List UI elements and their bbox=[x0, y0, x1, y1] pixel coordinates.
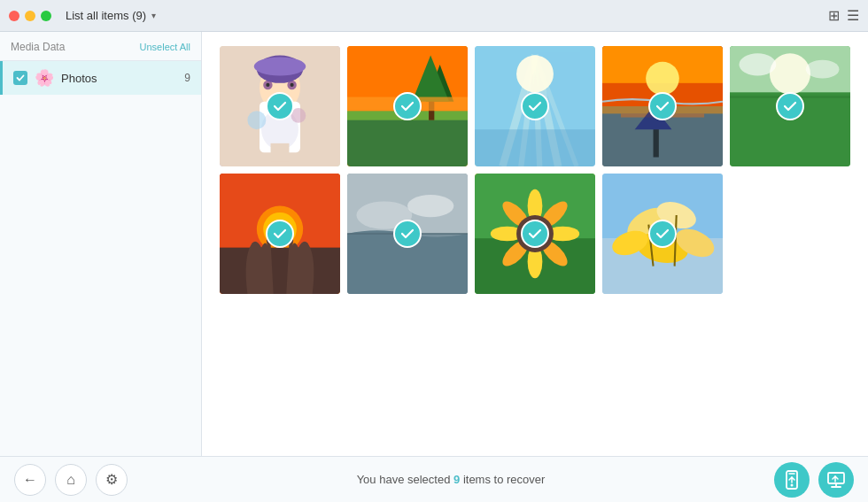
status-post: items to recover bbox=[460, 473, 545, 486]
svg-point-44 bbox=[806, 60, 840, 79]
titlebar: List all items (9) ▾ ⊞ ☰ bbox=[0, 0, 868, 32]
svg-rect-11 bbox=[280, 143, 289, 162]
photo-selected-check[interactable] bbox=[393, 92, 422, 120]
photos-label: Photos bbox=[61, 72, 177, 85]
sidebar-item-photos[interactable]: 🌸 Photos 9 bbox=[0, 61, 201, 95]
photo-item[interactable] bbox=[602, 46, 723, 166]
recover-pc-button[interactable] bbox=[818, 462, 854, 498]
svg-rect-10 bbox=[271, 143, 280, 162]
close-button[interactable] bbox=[9, 11, 19, 21]
recover-pc-icon bbox=[826, 470, 846, 490]
photo-item[interactable] bbox=[475, 174, 595, 294]
list-view-icon[interactable]: ☰ bbox=[847, 7, 859, 24]
svg-rect-29 bbox=[475, 129, 595, 166]
svg-point-33 bbox=[646, 62, 679, 96]
svg-point-80 bbox=[791, 483, 794, 486]
sidebar-media-data-label: Media Data bbox=[11, 41, 65, 53]
svg-rect-37 bbox=[654, 129, 659, 157]
footer-action-buttons bbox=[774, 462, 854, 498]
home-icon: ⌂ bbox=[66, 472, 75, 488]
svg-point-7 bbox=[291, 83, 294, 87]
photos-checkbox[interactable] bbox=[13, 71, 27, 85]
photo-grid bbox=[220, 46, 850, 294]
photo-item[interactable] bbox=[220, 46, 340, 166]
svg-point-43 bbox=[739, 53, 776, 75]
minimize-button[interactable] bbox=[25, 11, 35, 21]
photo-item[interactable] bbox=[347, 174, 468, 294]
back-icon: ← bbox=[23, 472, 37, 488]
photo-selected-check[interactable] bbox=[266, 92, 294, 120]
photo-item[interactable] bbox=[347, 46, 468, 166]
unselect-all-button[interactable]: Unselect All bbox=[140, 42, 190, 52]
photos-count: 9 bbox=[184, 72, 190, 84]
titlebar-actions: ⊞ ☰ bbox=[828, 7, 859, 24]
list-dropdown-arrow[interactable]: ▾ bbox=[151, 11, 156, 20]
photo-item[interactable] bbox=[602, 174, 723, 294]
photo-content-area bbox=[202, 32, 868, 456]
photos-category-icon: 🌸 bbox=[35, 68, 54, 88]
svg-rect-50 bbox=[220, 248, 340, 294]
photo-item[interactable] bbox=[730, 46, 850, 166]
photo-item[interactable] bbox=[220, 174, 340, 294]
svg-point-9 bbox=[254, 58, 306, 76]
maximize-button[interactable] bbox=[41, 11, 51, 21]
recover-device-button[interactable] bbox=[774, 462, 810, 498]
settings-icon: ⚙ bbox=[105, 471, 118, 488]
footer: ← ⌂ ⚙ You have selected 9 items to recov… bbox=[0, 456, 868, 502]
sidebar: Media Data Unselect All 🌸 Photos 9 bbox=[0, 32, 202, 456]
photo-selected-check[interactable] bbox=[393, 220, 422, 248]
photo-selected-check[interactable] bbox=[266, 220, 294, 248]
photo-item[interactable] bbox=[475, 46, 595, 166]
grid-view-icon[interactable]: ⊞ bbox=[828, 7, 840, 24]
svg-point-6 bbox=[266, 83, 269, 87]
check-icon bbox=[16, 73, 25, 82]
footer-status: You have selected 9 items to recover bbox=[128, 473, 774, 486]
svg-point-12 bbox=[247, 111, 266, 129]
titlebar-title: List all items (9) ▾ bbox=[66, 9, 828, 22]
recover-device-icon bbox=[782, 470, 802, 490]
settings-button[interactable]: ⚙ bbox=[96, 464, 128, 496]
photo-selected-check[interactable] bbox=[648, 220, 677, 248]
home-button[interactable]: ⌂ bbox=[55, 464, 87, 496]
sidebar-header: Media Data Unselect All bbox=[0, 32, 201, 61]
photo-selected-check[interactable] bbox=[648, 92, 677, 120]
photo-selected-check[interactable] bbox=[521, 92, 549, 120]
list-all-label: List all items (9) bbox=[66, 9, 146, 22]
back-button[interactable]: ← bbox=[14, 464, 46, 496]
main-layout: Media Data Unselect All 🌸 Photos 9 bbox=[0, 32, 868, 456]
traffic-lights bbox=[9, 11, 51, 21]
svg-point-55 bbox=[407, 195, 453, 217]
status-pre: You have selected bbox=[357, 473, 453, 486]
photo-selected-check[interactable] bbox=[521, 220, 549, 248]
svg-point-42 bbox=[770, 53, 810, 94]
footer-nav-buttons: ← ⌂ ⚙ bbox=[14, 464, 128, 496]
photo-selected-check[interactable] bbox=[776, 92, 804, 120]
